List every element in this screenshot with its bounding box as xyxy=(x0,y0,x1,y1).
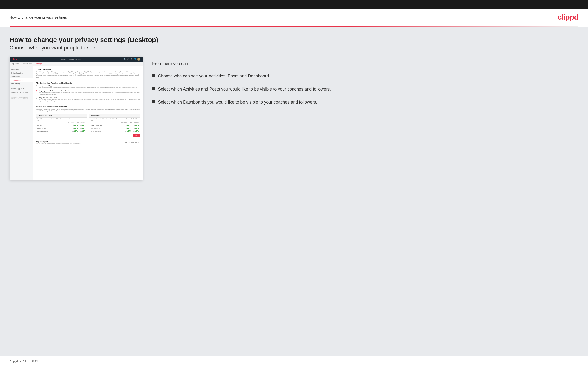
mockup-sidebar-mygolfbag[interactable]: My Golf Bag › xyxy=(9,82,33,85)
show-hide-title: Show or hide specific features in Clippd xyxy=(36,106,140,107)
bullet-text-2: Select which Activities and Posts you wo… xyxy=(158,86,331,92)
activities-col-headers: COACHES FOLLOWERS xyxy=(36,122,87,124)
mockup-sidebar-privacycontrols[interactable]: Privacy Controls › xyxy=(9,78,33,82)
chevron-icon: › xyxy=(31,76,31,77)
mockup-globe-icon[interactable]: 🌐 xyxy=(134,58,136,60)
insights-coaches-toggle-btn[interactable] xyxy=(128,128,131,129)
two-column-layout: clippd Home My Performance 🔍 ⊞ ⚙ 🌐 xyxy=(9,57,579,356)
toggle-row-round-insights: Round Insights ON ON xyxy=(89,127,140,130)
mockup-navbar: clippd Home My Performance 🔍 ⊞ ⚙ 🌐 xyxy=(9,57,143,62)
manual-coaches-toggle[interactable]: ON xyxy=(72,130,78,132)
radio-desc-everyone: Everyone on Clippd can search for you an… xyxy=(39,87,138,89)
dashboards-followers-col: FOLLOWERS xyxy=(130,122,139,124)
dashboards-col-headers: COACHES FOLLOWERS xyxy=(89,122,140,124)
mockup-sidebar-myaccount[interactable]: My Account › xyxy=(9,68,33,71)
privacy-controls-title: Privacy Controls xyxy=(36,68,140,70)
player-dashboard-label: Player Dashboard xyxy=(91,125,102,126)
radio-label-everyone: Everyone on Clippd xyxy=(39,85,138,87)
visit-community-button[interactable]: Visit Our Community ↗ xyxy=(122,141,140,144)
bullet-marker-1 xyxy=(152,74,155,77)
dashboards-table: Dashboards Select the types of activity … xyxy=(89,114,140,133)
mockup-nav-home[interactable]: Home xyxy=(61,58,66,60)
practice-coaches-toggle[interactable]: ON xyxy=(72,128,78,129)
work-coaches-toggle-btn[interactable] xyxy=(128,130,131,132)
section-divider-2 xyxy=(36,104,140,104)
header: How to change your privacy settings clip… xyxy=(0,8,588,26)
mockup-subnav: My Profile Connections Settings xyxy=(9,62,143,66)
player-coaches-toggle[interactable]: ON xyxy=(125,125,131,126)
radio-circle-everyone xyxy=(36,85,37,87)
practice-followers-toggle-btn[interactable] xyxy=(82,128,85,129)
help-title: Help & Support xyxy=(36,141,81,142)
player-dashboard-controls: ON ON xyxy=(125,125,139,126)
followers-col-label: FOLLOWERS xyxy=(77,122,85,124)
info-intro: From here you can: xyxy=(152,61,579,66)
help-row: Help & Support Visit the Clippd communit… xyxy=(36,141,140,144)
work-coaches-toggle[interactable]: ON xyxy=(125,130,131,132)
chevron-icon: › xyxy=(31,80,31,81)
manual-followers-toggle[interactable]: ON xyxy=(80,130,86,132)
top-bar xyxy=(0,0,588,8)
dashboards-table-header: Dashboards xyxy=(89,114,140,117)
mockup-sidebar-privacy-policy[interactable]: Service & Privacy Policy ↗ xyxy=(9,91,33,94)
dashboards-table-desc: Select the types of activity that you'd … xyxy=(89,117,140,122)
manual-coaches-toggle-btn[interactable] xyxy=(74,130,78,132)
player-coaches-toggle-btn[interactable] xyxy=(128,125,131,126)
screenshot-column: clippd Home My Performance 🔍 ⊞ ⚙ 🌐 xyxy=(9,57,143,356)
dashboards-coaches-col: COACHES xyxy=(121,122,128,124)
practice-coaches-toggle-btn[interactable] xyxy=(74,128,78,129)
toggle-row-what-to-work-on: What To Work On ON ON xyxy=(89,130,140,133)
player-followers-toggle-btn[interactable] xyxy=(135,125,139,126)
chevron-icon: › xyxy=(31,72,31,74)
help-section: Help & Support Visit the Clippd communit… xyxy=(36,139,140,145)
clippd-logo: clippd xyxy=(558,13,579,22)
work-followers-toggle[interactable]: ON xyxy=(133,130,139,132)
mockup-search-icon[interactable]: 🔍 xyxy=(124,58,126,60)
radio-coach-only[interactable]: Only You and Your Coach Only you and the… xyxy=(36,97,140,102)
manual-controls: ON ON xyxy=(72,130,85,132)
mockup-avatar[interactable] xyxy=(138,58,140,61)
info-column: From here you can: Choose who can see yo… xyxy=(152,57,579,356)
coaches-col-label: COACHES xyxy=(68,122,74,124)
footer: Copyright Clippd 2022 xyxy=(0,356,588,367)
radio-followers[interactable]: Only Approved Followers and Your Coach O… xyxy=(36,90,140,95)
manual-label: Manual Activities xyxy=(37,130,48,132)
rounds-coaches-toggle-btn[interactable] xyxy=(74,125,78,126)
save-row: Save xyxy=(36,133,140,138)
help-desc: Visit the Clippd community to troublesho… xyxy=(36,143,81,144)
practice-label: Practice Drills xyxy=(37,128,46,129)
mockup-sidebar-subscription[interactable]: Subscription › xyxy=(9,75,33,78)
bullet-marker-2 xyxy=(152,87,155,90)
radio-label-followers: Only Approved Followers and Your Coach xyxy=(39,90,140,92)
mockup-subnav-connections[interactable]: Connections xyxy=(23,63,32,65)
rounds-coaches-toggle[interactable]: ON xyxy=(72,125,78,126)
mockup-grid-icon[interactable]: ⊞ xyxy=(128,58,129,60)
insights-followers-toggle-btn[interactable] xyxy=(135,128,139,129)
chevron-icon: › xyxy=(31,69,31,70)
toggle-row-player-dashboard: Player Dashboard ON ON xyxy=(89,124,140,127)
activities-posts-table: Activities and Posts Select the types of… xyxy=(36,114,87,133)
main-heading-light: Choose what you want people to see xyxy=(9,45,579,51)
insights-followers-toggle[interactable]: ON xyxy=(133,128,139,129)
mockup-settings-icon[interactable]: ⚙ xyxy=(130,58,132,60)
player-followers-toggle[interactable]: ON xyxy=(133,125,139,126)
mockup-subnav-settings[interactable]: Settings xyxy=(36,63,42,65)
mockup-subnav-myprofile[interactable]: My Profile xyxy=(12,63,19,65)
toggle-tables: Activities and Posts Select the types of… xyxy=(36,114,140,133)
toggle-row-manual: Manual Activities ON ON xyxy=(36,130,87,133)
rounds-followers-toggle[interactable]: ON xyxy=(80,125,86,126)
radio-circle-coachonly xyxy=(36,97,37,99)
insights-coaches-toggle[interactable]: ON xyxy=(125,128,131,129)
mockup-sidebar-help[interactable]: Help & Support ↗ xyxy=(9,87,33,91)
bullet-text-1: Choose who can see your Activities, Post… xyxy=(158,73,270,79)
save-button[interactable]: Save xyxy=(133,134,140,137)
manual-followers-toggle-btn[interactable] xyxy=(82,130,85,132)
mockup-nav-icons: 🔍 ⊞ ⚙ 🌐 xyxy=(124,58,140,61)
mockup-nav-performance[interactable]: My Performance xyxy=(69,58,81,60)
bullet-list: Choose who can see your Activities, Post… xyxy=(152,73,579,106)
rounds-followers-toggle-btn[interactable] xyxy=(82,125,85,126)
practice-followers-toggle[interactable]: ON xyxy=(80,128,86,129)
work-followers-toggle-btn[interactable] xyxy=(135,130,139,132)
radio-everyone[interactable]: Everyone on Clippd Everyone on Clippd ca… xyxy=(36,85,140,89)
mockup-sidebar-dataintegrations[interactable]: Data Integrations › xyxy=(9,71,33,75)
